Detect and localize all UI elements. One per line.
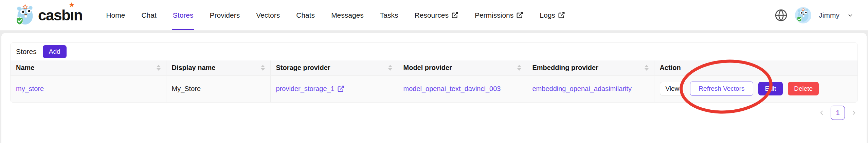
- table-toolbar: Stores Add: [11, 43, 857, 60]
- nav-item-chat[interactable]: Chat: [133, 0, 164, 30]
- stores-table: Name Display name Storage provider Model…: [11, 60, 857, 102]
- nav-item-label: Chat: [141, 11, 156, 19]
- nav-item-label: Logs: [540, 11, 555, 19]
- sort-icons[interactable]: [157, 65, 161, 71]
- cell-model-provider: model_openai_text_davinci_003: [398, 75, 527, 102]
- nav-item-resources[interactable]: Resources: [406, 0, 467, 30]
- nav-item-label: Permissions: [475, 11, 513, 19]
- nav-item-messages[interactable]: Messages: [323, 0, 372, 30]
- cell-display-name: My_Store: [166, 75, 270, 102]
- column-header-model-provider[interactable]: Model provider: [398, 60, 527, 75]
- content-panel: Stores Add Name Display name Storage pro…: [1, 33, 867, 143]
- column-label: Display name: [172, 64, 216, 72]
- prev-page-icon[interactable]: [818, 109, 825, 116]
- store-name-link[interactable]: my_store: [16, 85, 44, 93]
- nav-item-vectors[interactable]: Vectors: [248, 0, 288, 30]
- column-header-storage-provider[interactable]: Storage provider: [270, 60, 398, 75]
- nav-item-tasks[interactable]: Tasks: [372, 0, 406, 30]
- column-label: Storage provider: [276, 64, 330, 72]
- casbin-mascot-icon: [14, 4, 36, 26]
- stores-table-card: Stores Add Name Display name Storage pro…: [10, 42, 858, 103]
- table-header-row: Name Display name Storage provider Model…: [11, 60, 857, 75]
- user-avatar[interactable]: [795, 7, 811, 23]
- logo-star-icon: ★: [69, 1, 74, 8]
- column-label: Embedding provider: [532, 64, 598, 72]
- top-navbar: casb★ın Home Chat Stores Providers Vecto…: [0, 0, 868, 31]
- nav-item-label: Stores: [173, 11, 194, 19]
- username[interactable]: Jimmy: [819, 11, 839, 19]
- nav-item-label: Home: [106, 11, 125, 19]
- sort-icons[interactable]: [388, 65, 392, 71]
- nav-item-stores[interactable]: Stores: [165, 0, 202, 30]
- model-provider-link[interactable]: model_openai_text_davinci_003: [403, 85, 501, 93]
- nav-item-label: Vectors: [256, 11, 280, 19]
- delete-button[interactable]: Delete: [788, 82, 819, 95]
- brand-name: casb★ın: [38, 8, 82, 23]
- casbin-logo[interactable]: casb★ın: [14, 4, 82, 26]
- nav-item-providers[interactable]: Providers: [202, 0, 248, 30]
- column-label: Action: [660, 64, 681, 72]
- column-header-name[interactable]: Name: [11, 60, 166, 75]
- language-globe-icon[interactable]: [775, 9, 788, 22]
- embedding-provider-link[interactable]: embedding_openai_adasimilarity: [532, 85, 632, 93]
- add-button[interactable]: Add: [43, 45, 67, 58]
- sort-icons[interactable]: [645, 65, 649, 71]
- chevron-down-icon[interactable]: [847, 12, 854, 19]
- external-link-icon: [451, 12, 458, 19]
- column-label: Name: [16, 64, 34, 72]
- nav-item-label: Tasks: [380, 11, 398, 19]
- column-header-action: Action: [654, 60, 857, 75]
- page-title: Stores: [16, 48, 37, 56]
- avatar-mascot-icon: [796, 8, 811, 23]
- header-right: Jimmy: [775, 7, 854, 23]
- nav-item-label: Resources: [415, 11, 449, 19]
- storage-provider-link[interactable]: provider_storage_1: [276, 85, 344, 93]
- sort-icons[interactable]: [517, 65, 521, 71]
- nav-item-label: Providers: [210, 11, 240, 19]
- external-link-icon: [558, 12, 565, 19]
- view-button[interactable]: View: [660, 82, 685, 95]
- sort-icons[interactable]: [261, 65, 265, 71]
- external-link-icon: [337, 85, 344, 92]
- column-label: Model provider: [403, 64, 452, 72]
- page-number-button[interactable]: 1: [831, 106, 845, 120]
- cell-storage-provider: provider_storage_1: [270, 75, 398, 102]
- nav-item-home[interactable]: Home: [98, 0, 133, 30]
- cell-action: View Refresh Vectors Edit Delete: [654, 75, 857, 102]
- cell-name: my_store: [11, 75, 166, 102]
- pagination: 1: [818, 106, 857, 120]
- nav-item-logs[interactable]: Logs: [531, 0, 573, 30]
- external-link-icon: [516, 12, 523, 19]
- nav-item-chats[interactable]: Chats: [288, 0, 323, 30]
- edit-button[interactable]: Edit: [758, 82, 783, 95]
- main-nav: Home Chat Stores Providers Vectors Chats…: [98, 0, 573, 30]
- nav-item-permissions[interactable]: Permissions: [467, 0, 531, 30]
- next-page-icon[interactable]: [850, 109, 857, 116]
- refresh-vectors-button[interactable]: Refresh Vectors: [690, 82, 753, 96]
- display-name-text: My_Store: [172, 85, 201, 92]
- storage-provider-text: provider_storage_1: [276, 85, 334, 93]
- table-row: my_store My_Store provider_storage_1 mod…: [11, 75, 857, 102]
- nav-item-label: Messages: [331, 11, 364, 19]
- column-header-display-name[interactable]: Display name: [166, 60, 270, 75]
- cell-embedding-provider: embedding_openai_adasimilarity: [527, 75, 654, 102]
- column-header-embedding-provider[interactable]: Embedding provider: [527, 60, 654, 75]
- nav-item-label: Chats: [296, 11, 315, 19]
